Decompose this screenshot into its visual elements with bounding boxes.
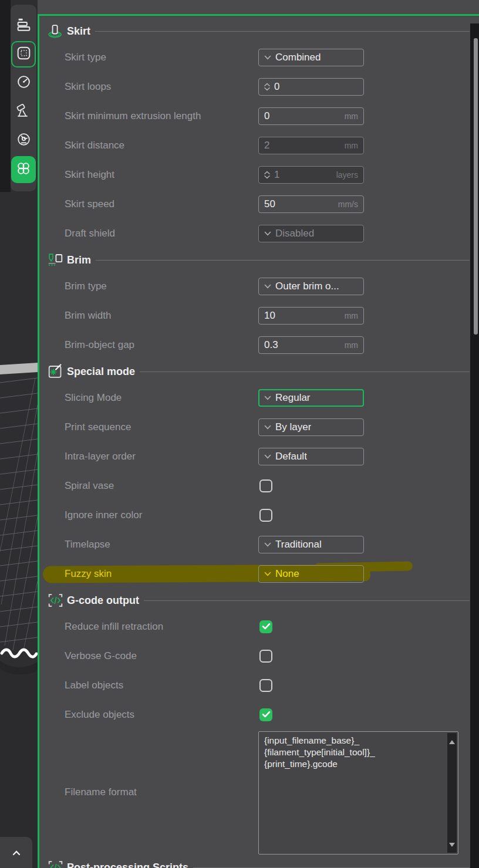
stepper-arrows-icon [264, 83, 270, 91]
setting-label: Intra-layer order [65, 451, 258, 463]
check-icon [262, 710, 271, 720]
section-title: Skirt [67, 25, 90, 38]
ignore-inner-color-checkbox[interactable] [259, 509, 272, 522]
chevron-down-icon [264, 396, 271, 400]
brim-width-input[interactable]: 10mm [258, 307, 364, 325]
setting-row-skirt-distance: Skirt distance2mm [39, 131, 479, 160]
setting-label-text: Timelapse [65, 539, 110, 551]
expand-panel-button[interactable] [0, 837, 32, 868]
setting-row-print-sequence: Print sequenceBy layer [39, 413, 479, 442]
setting-label-text: Brim-object gap [65, 339, 134, 352]
dropdown-value: Disabled [275, 228, 314, 239]
sidebar-tab-support[interactable] [11, 97, 36, 126]
setting-label: Skirt speed [65, 198, 258, 211]
print-sequence-dropdown[interactable]: By layer [258, 418, 364, 436]
panel-scrollbar[interactable] [470, 23, 479, 868]
setting-label: Spiral vase [65, 480, 258, 492]
sidebar-tab-strength[interactable] [11, 40, 36, 69]
setting-row-verbose-g-code: Verbose G-code [39, 641, 479, 671]
panel-scrollbar-thumb[interactable] [474, 38, 478, 335]
skirt-distance-input[interactable]: 2mm [258, 137, 364, 154]
setting-row-draft-shield: Draft shieldDisabled [39, 219, 479, 248]
setting-label: Fuzzy skin [65, 568, 258, 580]
filename-format-textarea[interactable]: {input_filename_base}_{filament_type[ini… [258, 731, 458, 855]
setting-label-text: Skirt type [65, 52, 106, 64]
brim-object-gap-input[interactable]: 0.3mm [258, 336, 364, 354]
setting-label: Verbose G-code [65, 650, 258, 663]
chevron-down-icon [264, 454, 271, 459]
setting-row-exclude-objects: Exclude objects [39, 700, 479, 729]
dropdown-value: Regular [275, 392, 311, 404]
input-value: 50 [264, 198, 275, 210]
brim-type-dropdown[interactable]: Outer brim o... [258, 278, 364, 295]
setting-label: Brim type [65, 281, 258, 293]
section-divider [144, 600, 470, 601]
chevron-down-icon [264, 572, 271, 576]
setting-label: Print sequence [65, 421, 258, 434]
brim-icon [47, 252, 63, 268]
setting-label: Filename format [65, 786, 258, 799]
section-header-brim: Brim [39, 248, 479, 272]
skirt-type-dropdown[interactable]: Combined [258, 49, 364, 66]
chevron-down-icon [264, 231, 271, 236]
sidebar-tab-cooling[interactable] [11, 126, 36, 155]
setting-row-fuzzy-skin: Fuzzy skinNone [39, 559, 479, 589]
strength-icon [16, 46, 31, 63]
timelapse-dropdown[interactable]: Traditional [258, 536, 364, 553]
draft-shield-dropdown[interactable]: Disabled [258, 225, 364, 242]
setting-label-text: Spiral vase [65, 480, 114, 492]
setting-label: Timelapse [65, 539, 258, 551]
section-title: Brim [67, 254, 91, 266]
setting-label-text: Ignore inner color [65, 509, 142, 522]
label-objects-checkbox[interactable] [259, 679, 272, 692]
setting-label: Skirt height [65, 169, 258, 181]
setting-row-brim-width: Brim width10mm [39, 301, 479, 330]
reduce-infill-retraction-checkbox[interactable] [259, 620, 272, 633]
setting-label: Skirt loops [65, 81, 258, 93]
section-header-g-code-output: G-code output [39, 589, 479, 612]
verbose-g-code-checkbox[interactable] [259, 650, 272, 663]
textarea-scrollbar[interactable] [447, 733, 457, 853]
setting-label: Skirt type [65, 52, 258, 64]
setting-row-reduce-infill-retraction: Reduce infill retraction [39, 612, 479, 641]
setting-label-text: Label objects [65, 680, 123, 692]
section-header-special-mode: Special mode [39, 360, 479, 383]
skirt-height-spinner[interactable]: 1layers [258, 166, 364, 184]
setting-label-text: Skirt height [65, 169, 114, 181]
sidebar-tab-clover[interactable] [11, 155, 36, 184]
skirt-speed-input[interactable]: 50mm/s [258, 195, 364, 213]
dropdown-value: Outer brim o... [275, 281, 339, 292]
spiral-vase-checkbox[interactable] [259, 479, 272, 492]
unit-label: mm [345, 141, 358, 150]
gcode-icon [47, 859, 63, 868]
setting-label-text: Filename format [65, 786, 137, 799]
section-title: G-code output [67, 595, 139, 607]
input-value: 0.3 [264, 339, 278, 351]
cooling-icon [16, 132, 31, 149]
slicing-mode-dropdown[interactable]: Regular [258, 389, 364, 407]
spinner-value: 1 [274, 169, 279, 181]
scroll-up-icon[interactable] [449, 735, 455, 747]
setting-label-text: Skirt loops [65, 81, 111, 93]
unit-label: mm [345, 112, 358, 121]
exclude-objects-checkbox[interactable] [259, 708, 272, 721]
setting-row-brim-object-gap: Brim-object gap0.3mm [39, 330, 479, 360]
section-divider [193, 867, 470, 868]
setting-label: Slicing Mode [65, 392, 258, 404]
skirt-minimum-extrusion-length-input[interactable]: 0mm [258, 107, 364, 125]
intra-layer-order-dropdown[interactable]: Default [258, 448, 364, 465]
setting-label: Label objects [65, 680, 258, 692]
fuzzy-skin-dropdown[interactable]: None [258, 565, 364, 583]
sidebar-tab-layers[interactable] [11, 11, 36, 40]
setting-label: Ignore inner color [65, 509, 258, 522]
input-value: 2 [264, 140, 269, 151]
unit-label: mm [345, 311, 358, 320]
special-mode-icon [47, 363, 63, 380]
chevron-down-icon [264, 542, 271, 547]
sidebar-tab-speed[interactable] [11, 69, 36, 97]
chevron-up-icon [12, 847, 21, 858]
scroll-down-icon[interactable] [449, 838, 455, 850]
setting-label-text: Slicing Mode [65, 392, 122, 404]
setting-row-spiral-vase: Spiral vase [39, 471, 479, 501]
skirt-loops-spinner[interactable]: 0 [258, 78, 364, 96]
